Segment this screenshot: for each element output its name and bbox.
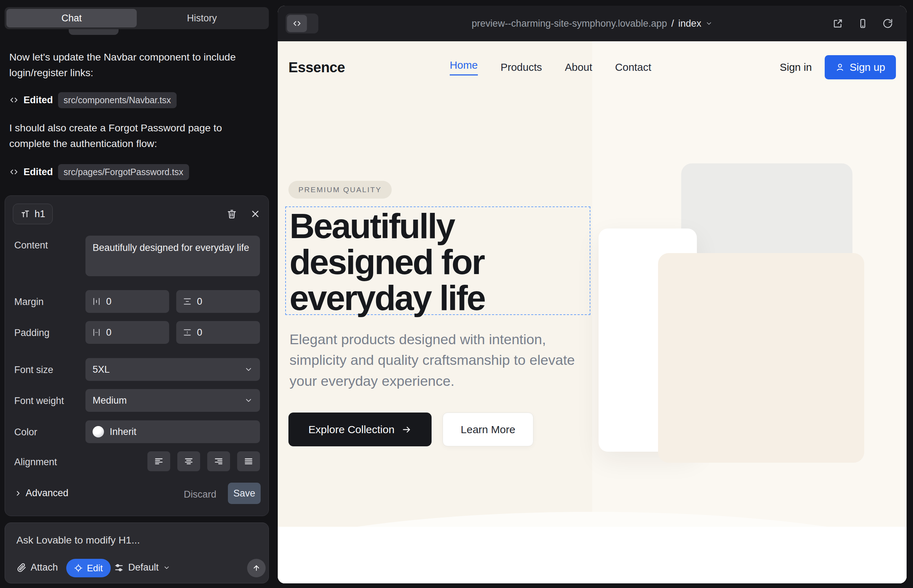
close-editor-button[interactable] (250, 208, 261, 219)
padding-y-field[interactable] (176, 321, 260, 344)
padding-label: Padding (14, 328, 50, 339)
align-left-button[interactable] (147, 451, 170, 471)
hero-heading[interactable]: Beautifully designed for everyday life (290, 208, 485, 316)
user-icon (835, 63, 845, 72)
site-canvas: Essence Home Products About Contact Sign… (278, 41, 907, 583)
nav-link-about[interactable]: About (565, 61, 592, 73)
margin-x-field[interactable] (86, 290, 169, 313)
hero-heading-line: everyday life (290, 280, 485, 316)
hero-heading-line: designed for (290, 244, 485, 280)
text-type-icon (20, 209, 30, 219)
font-size-select[interactable]: 5XL (86, 358, 260, 381)
chat-composer: Attach Edit Default (5, 522, 269, 583)
editor-header: h1 (13, 204, 261, 224)
sign-up-label: Sign up (850, 61, 885, 73)
element-tag-label: h1 (34, 208, 45, 220)
edited-label: Edited (24, 95, 53, 106)
open-external-icon[interactable] (832, 18, 843, 29)
chevron-down-icon (706, 20, 712, 27)
chat-panel: Chat History Now let's update the Navbar… (0, 0, 272, 588)
edited-file-chip[interactable]: src/pages/ForgotPassword.tsx (58, 164, 189, 180)
element-editor-panel: h1 Content Beautifully designed for ever… (5, 195, 269, 516)
site-logo[interactable]: Essence (288, 60, 345, 76)
edit-mode-button[interactable]: Edit (66, 559, 111, 577)
tab-chat[interactable]: Chat (6, 9, 137, 27)
preview-topbar: preview--charming-site-symphony.lovable.… (278, 6, 907, 41)
explore-collection-button[interactable]: Explore Collection (288, 412, 432, 446)
default-label: Default (128, 562, 159, 573)
chevron-down-icon (163, 564, 170, 571)
cta-primary-label: Explore Collection (308, 423, 395, 436)
site-navbar: Essence Home Products About Contact Sign… (278, 41, 907, 93)
send-button[interactable] (247, 559, 265, 577)
sign-in-link[interactable]: Sign in (780, 61, 812, 73)
font-size-value: 5XL (92, 364, 110, 375)
composer-input[interactable] (16, 534, 251, 546)
align-right-button[interactable] (207, 451, 230, 471)
edit-label: Edit (87, 563, 103, 574)
learn-more-button[interactable]: Learn More (443, 412, 533, 446)
nav-link-products[interactable]: Products (501, 61, 542, 73)
premium-quality-badge: PREMIUM QUALITY (288, 181, 392, 199)
refresh-icon[interactable] (882, 18, 893, 29)
margin-y-input[interactable] (197, 296, 218, 307)
padding-horizontal-icon (92, 328, 101, 337)
advanced-label: Advanced (26, 488, 68, 499)
alignment-label: Alignment (14, 457, 57, 468)
preview-window: preview--charming-site-symphony.lovable.… (278, 6, 907, 583)
sign-up-button[interactable]: Sign up (825, 55, 896, 79)
code-icon (9, 95, 18, 105)
nav-link-home[interactable]: Home (450, 59, 478, 76)
hero-section: PREMIUM QUALITY Beautifully designed for… (278, 41, 907, 583)
margin-label: Margin (14, 297, 44, 307)
file-edit-row: Edited src/components/Navbar.tsx (9, 92, 176, 108)
tab-history[interactable]: History (137, 9, 267, 27)
chevron-down-icon (244, 396, 253, 405)
preview-actions (832, 6, 893, 41)
padding-x-input[interactable] (106, 327, 128, 338)
delete-element-button[interactable] (227, 208, 237, 219)
attach-label: Attach (31, 562, 58, 573)
padding-x-field[interactable] (86, 321, 169, 344)
font-weight-label: Font weight (14, 396, 64, 407)
margin-x-input[interactable] (106, 296, 128, 307)
default-mode-button[interactable]: Default (114, 562, 170, 573)
scrolled-chip (69, 29, 118, 35)
discard-button[interactable]: Discard (184, 489, 217, 500)
align-center-button[interactable] (177, 451, 200, 471)
color-select[interactable]: Inherit (86, 420, 260, 443)
save-button[interactable]: Save (228, 483, 261, 504)
color-value: Inherit (110, 426, 136, 438)
font-weight-value: Medium (92, 395, 127, 406)
color-swatch (92, 426, 104, 438)
padding-y-input[interactable] (197, 327, 218, 338)
color-label: Color (14, 427, 37, 438)
attach-button[interactable]: Attach (16, 562, 58, 573)
editor-header-actions (227, 208, 261, 219)
margin-y-field[interactable] (176, 290, 260, 313)
preview-url-bar[interactable]: preview--charming-site-symphony.lovable.… (278, 6, 907, 41)
content-label: Content (14, 240, 48, 251)
edited-label: Edited (24, 166, 53, 178)
mobile-view-icon[interactable] (858, 18, 868, 29)
file-edit-row: Edited src/pages/ForgotPassword.tsx (9, 164, 189, 180)
url-host: preview--charming-site-symphony.lovable.… (472, 18, 667, 29)
arrow-right-icon (401, 425, 412, 435)
advanced-expander[interactable]: Advanced (14, 488, 68, 499)
chevron-right-icon (14, 489, 22, 497)
crosshair-icon (74, 564, 83, 572)
edited-file-chip[interactable]: src/components/Navbar.tsx (58, 92, 177, 108)
font-size-label: Font size (14, 365, 53, 375)
margin-horizontal-icon (92, 297, 101, 306)
align-justify-button[interactable] (237, 451, 260, 471)
content-input[interactable]: Beautifully designed for everyday life (86, 236, 260, 276)
sliders-icon (114, 563, 124, 573)
assistant-message: Now let's update the Navbar component to… (9, 49, 259, 81)
paperclip-icon (16, 563, 26, 573)
nav-link-contact[interactable]: Contact (615, 61, 651, 73)
hero-paragraph: Elegant products designed with intention… (290, 329, 578, 391)
site-auth-actions: Sign in Sign up (780, 55, 896, 79)
element-tag-badge: h1 (13, 204, 53, 224)
font-weight-select[interactable]: Medium (86, 389, 260, 412)
chevron-down-icon (244, 365, 253, 374)
